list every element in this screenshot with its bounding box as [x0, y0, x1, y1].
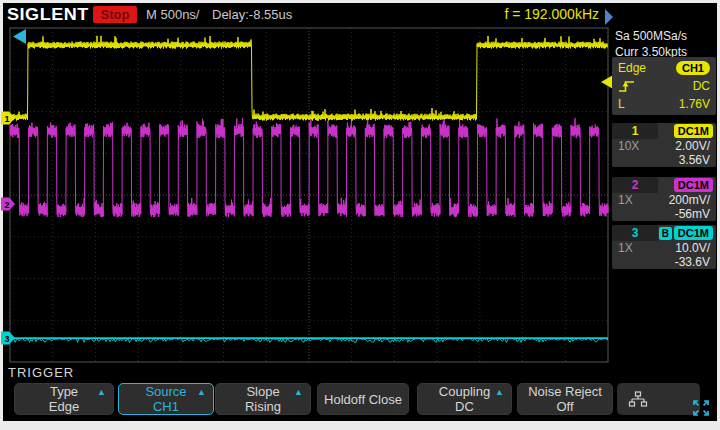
volts-per-div: 10.0V/: [675, 241, 710, 255]
type-button[interactable]: Type Edge ▲: [14, 383, 114, 415]
probe-attenuation: 1X: [618, 193, 633, 207]
volts-per-div: 2.00V/: [675, 139, 710, 153]
screen-background: [3, 3, 717, 421]
brand-logo: SIGLENT: [7, 5, 89, 25]
timebase-readout[interactable]: M 500ns/: [146, 7, 199, 22]
menu-title: TRIGGER: [8, 365, 74, 380]
coupling-badge: DC1M: [674, 124, 713, 138]
channel1-info-box[interactable]: 1 DC1M 10X 2.00V/ 3.56V: [612, 123, 716, 167]
trigger-level-label: L: [618, 97, 625, 111]
channel3-number: 3: [612, 225, 658, 241]
lan-status-button[interactable]: [617, 383, 700, 415]
up-arrow-icon: ▲: [495, 387, 504, 397]
holdoff-button[interactable]: Holdoff Close ▲: [317, 383, 409, 415]
probe-attenuation: 1X: [618, 241, 633, 255]
up-arrow-icon: ▲: [197, 387, 206, 397]
oscilloscope-frame: 123 SIGLENT Stop M 500ns/ Delay:-8.55us …: [0, 0, 720, 430]
trigger-level-value: 1.76V: [679, 97, 710, 111]
up-arrow-icon: ▲: [294, 387, 303, 397]
trigger-info-panel[interactable]: Edge CH1 DC L 1.76V: [612, 57, 716, 115]
slope-button[interactable]: Slope Rising ▲: [215, 383, 311, 415]
coupling-button[interactable]: Coupling DC ▲: [417, 383, 512, 415]
network-icon: [628, 391, 648, 408]
channel2-number: 2: [612, 177, 658, 193]
delay-readout[interactable]: Delay:-8.55us: [212, 7, 292, 22]
rising-edge-icon: [618, 79, 635, 93]
channel-offset: 3.56V: [679, 153, 710, 167]
channel3-info-box[interactable]: 3 B DC1M 1X 10.0V/ -33.6V: [612, 225, 716, 269]
trigger-coupling-label: DC: [693, 79, 710, 93]
channel1-number: 1: [612, 123, 658, 139]
sample-rate-readout: Sa 500MSa/s: [615, 29, 687, 43]
coupling-badge: DC1M: [674, 178, 713, 192]
frequency-counter: f = 192.000kHz: [504, 6, 599, 22]
expand-icon[interactable]: [692, 399, 710, 421]
bus-badge: B: [659, 227, 672, 240]
channel-offset: -33.6V: [675, 255, 710, 269]
run-state-badge: Stop: [93, 6, 137, 23]
channel2-info-box[interactable]: 2 DC1M 1X 200mV/ -56mV: [612, 177, 716, 221]
up-arrow-icon: ▲: [97, 387, 106, 397]
trigger-mode-label: Edge: [618, 61, 646, 75]
trigger-source-badge: CH1: [676, 61, 710, 75]
channel-offset: -56mV: [675, 207, 710, 221]
source-button[interactable]: Source CH1 ▲: [118, 383, 214, 415]
noise-reject-button[interactable]: Noise Reject Off ▲: [517, 383, 613, 415]
coupling-badge: DC1M: [674, 226, 713, 240]
probe-attenuation: 10X: [618, 139, 639, 153]
volts-per-div: 200mV/: [669, 193, 710, 207]
